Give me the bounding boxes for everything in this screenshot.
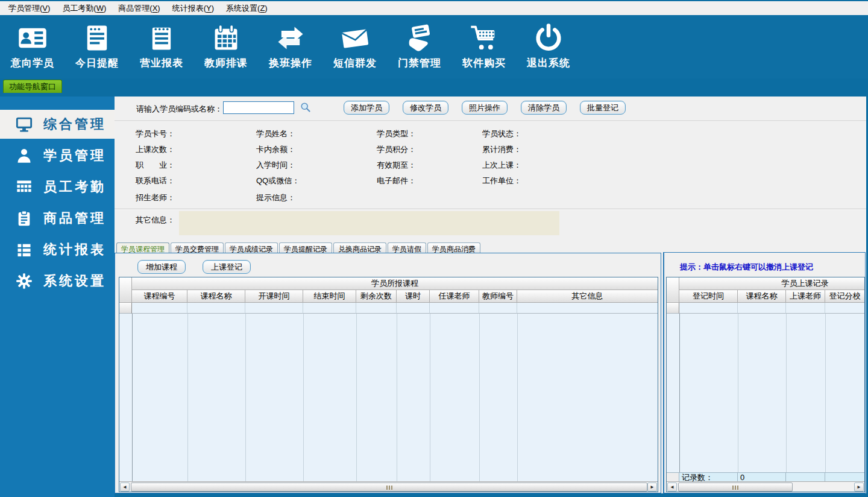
id-card-icon bbox=[17, 22, 48, 54]
toolbar-label: 教师排课 bbox=[204, 56, 248, 70]
toolbar-business-report[interactable]: 营业报表 bbox=[133, 15, 190, 78]
toolbar-class-swap[interactable]: 换班操作 bbox=[262, 15, 319, 78]
sidebar-item-staff-attendance[interactable]: 员工考勤 bbox=[0, 173, 115, 201]
tab-goods-exchange-records[interactable]: 兑换商品记录 bbox=[333, 242, 386, 253]
menu-system-settings[interactable]: 系统设置(Z) bbox=[222, 2, 271, 15]
sidebar-item-label: 统计报表 bbox=[43, 241, 106, 259]
search-icon[interactable] bbox=[300, 102, 311, 113]
toolbar-label: 短信群发 bbox=[333, 56, 377, 70]
table-cell bbox=[738, 303, 786, 314]
main-panel: 请输入学员编码或名称： 添加学员 修改学员 照片操作 清除学员 批量登记 学员卡… bbox=[115, 97, 866, 493]
toolbar-label: 软件购买 bbox=[462, 56, 506, 70]
tab-payment-management[interactable]: 学员交费管理 bbox=[171, 242, 224, 253]
row-selector-header bbox=[667, 277, 679, 303]
sidebar-item-label: 综合管理 bbox=[43, 115, 106, 133]
right-click-hint: 提示：单击鼠标右键可以撤消上课登记 bbox=[680, 262, 813, 273]
column-header-class-teacher: 上课老师 bbox=[786, 290, 825, 303]
menu-staff-attendance[interactable]: 员工考勤(W) bbox=[58, 2, 110, 15]
class-records-hscrollbar[interactable]: ◄ ► bbox=[667, 481, 864, 492]
toolbar-software-purchase[interactable]: 软件购买 bbox=[455, 15, 513, 78]
info-field-row: 学员卡号： 学员姓名： 学员类型： 学员状态： bbox=[115, 128, 866, 139]
scroll-left-arrow[interactable]: ◄ bbox=[120, 483, 130, 492]
courses-table: 学员所报课程 课程编号 课程名称 开课时间 结束时间 剩余次数 课时 任课老师 … bbox=[119, 277, 658, 492]
table-cell bbox=[479, 303, 517, 314]
menu-product-management[interactable]: 商品管理(X) bbox=[115, 2, 163, 15]
sidebar-item-student-management[interactable]: 学员管理 bbox=[0, 141, 115, 170]
toolbar-exit-system[interactable]: 退出系统 bbox=[520, 15, 577, 78]
batch-register-button[interactable]: 批量登记 bbox=[580, 101, 626, 115]
scrollbar-thumb[interactable] bbox=[131, 483, 647, 492]
field-label-class-count: 上课次数： bbox=[136, 144, 175, 155]
menu-statistics-report[interactable]: 统计报表(Y) bbox=[169, 2, 218, 15]
sidebar-item-comprehensive-management[interactable]: 综合管理 bbox=[0, 110, 115, 139]
clear-student-button[interactable]: 清除学员 bbox=[521, 101, 567, 115]
row-selector-header bbox=[119, 277, 132, 303]
sidebar-item-system-settings[interactable]: 系统设置 bbox=[0, 267, 115, 296]
field-label-total-spend: 累计消费： bbox=[482, 144, 521, 155]
shopping-cart-icon bbox=[468, 22, 500, 54]
toolbar-label: 营业报表 bbox=[140, 56, 183, 70]
row-selector-cell bbox=[667, 303, 679, 314]
info-field-row: 招生老师： 提示信息： bbox=[115, 192, 866, 203]
tab-course-management[interactable]: 学员课程管理 bbox=[116, 242, 169, 253]
user-icon bbox=[16, 147, 33, 164]
gear-icon bbox=[16, 273, 33, 290]
add-course-button[interactable]: 增加课程 bbox=[137, 260, 186, 274]
function-nav-window-tab[interactable]: 功能导航窗口 bbox=[3, 80, 62, 93]
field-label-points: 学员积分： bbox=[377, 144, 416, 155]
column-header-end-time: 结束时间 bbox=[303, 290, 356, 303]
scrollbar-thumb[interactable] bbox=[678, 483, 793, 492]
tab-reminder-records[interactable]: 学员提醒记录 bbox=[279, 242, 332, 253]
tab-leave-requests[interactable]: 学员请假 bbox=[388, 242, 426, 253]
field-label-qq-wechat: QQ或微信： bbox=[256, 176, 300, 186]
column-header-other-info: 其它信息 bbox=[517, 290, 658, 303]
edit-student-button[interactable]: 修改学员 bbox=[403, 101, 448, 115]
add-student-button[interactable]: 添加学员 bbox=[344, 101, 389, 115]
toolbar-access-control[interactable]: 门禁管理 bbox=[391, 15, 448, 78]
search-input[interactable] bbox=[223, 101, 294, 114]
table-cell bbox=[786, 303, 825, 314]
table-cell bbox=[356, 303, 397, 314]
notepad-icon bbox=[146, 22, 177, 54]
tab-grade-records[interactable]: 学员成绩记录 bbox=[225, 242, 278, 253]
menu-student-management[interactable]: 学员管理(V) bbox=[5, 2, 54, 15]
toolbar-sms-broadcast[interactable]: 短信群发 bbox=[326, 15, 384, 78]
info-field-row: 职 业： 入学时间： 有效期至： 上次上课： bbox=[115, 160, 866, 171]
table-cell bbox=[303, 303, 356, 314]
tab-goods-consumption[interactable]: 学员商品消费 bbox=[427, 242, 480, 253]
sidebar-item-product-management[interactable]: 商品管理 bbox=[0, 204, 115, 233]
courses-table-hscrollbar[interactable]: ◄ ► bbox=[119, 481, 658, 492]
class-register-button[interactable]: 上课登记 bbox=[203, 260, 251, 274]
reminder-window-icon bbox=[81, 22, 113, 54]
column-header-teacher: 任课老师 bbox=[430, 290, 479, 303]
field-label-occupation: 职 业： bbox=[136, 160, 175, 171]
field-label-card-no: 学员卡号： bbox=[136, 128, 175, 139]
scroll-right-arrow[interactable]: ► bbox=[854, 483, 864, 492]
class-records-group-header: 学员上课记录 bbox=[679, 277, 864, 290]
toolbar-label: 换班操作 bbox=[269, 56, 312, 70]
table-cell bbox=[187, 303, 245, 314]
report-list-icon bbox=[16, 241, 33, 258]
other-info-box bbox=[179, 211, 559, 235]
search-label: 请输入学员编码或名称： bbox=[136, 104, 222, 115]
field-label-workplace: 工作单位： bbox=[482, 176, 521, 186]
sidebar-item-statistics-report[interactable]: 统计报表 bbox=[0, 235, 115, 264]
table-cell bbox=[430, 303, 479, 314]
toolbar-today-reminders[interactable]: 今日提醒 bbox=[68, 15, 126, 78]
divider bbox=[115, 209, 866, 210]
table-cell bbox=[517, 303, 658, 314]
photo-operation-button[interactable]: 照片操作 bbox=[462, 101, 508, 115]
column-header-course-name: 课程名称 bbox=[187, 290, 245, 303]
class-records-table: 学员上课记录 登记时间 课程名称 上课老师 登记分校 记录数： 0 bbox=[666, 277, 865, 492]
toolbar-teacher-scheduling[interactable]: 教师排课 bbox=[197, 15, 255, 78]
field-label-student-name: 学员姓名： bbox=[256, 128, 295, 139]
info-field-row: 联系电话： QQ或微信： 电子邮件： 工作单位： bbox=[115, 176, 866, 186]
scroll-left-arrow[interactable]: ◄ bbox=[667, 483, 677, 492]
envelope-icon bbox=[339, 22, 371, 54]
column-header-course-name: 课程名称 bbox=[738, 290, 786, 303]
toolbar-prospective-students[interactable]: 意向学员 bbox=[4, 15, 61, 78]
sidebar-item-label: 员工考勤 bbox=[43, 178, 106, 196]
toolbar-label: 门禁管理 bbox=[398, 56, 441, 70]
toolbar-label: 退出系统 bbox=[527, 56, 570, 70]
scroll-right-arrow[interactable]: ► bbox=[647, 483, 657, 492]
